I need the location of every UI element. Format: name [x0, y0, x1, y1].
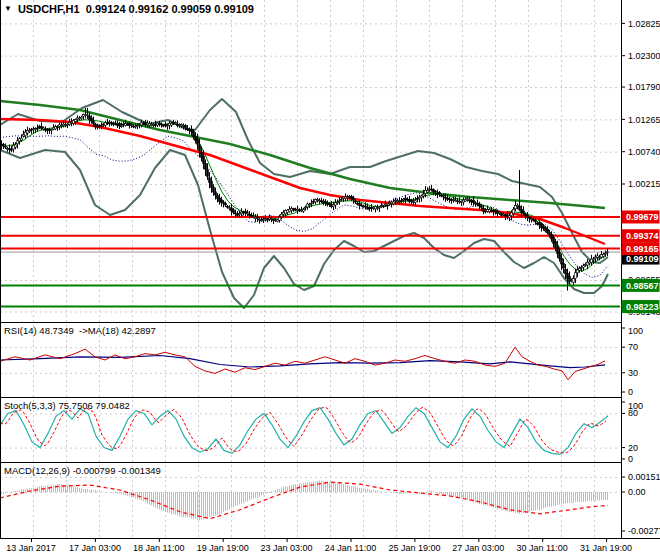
- chart-canvas: 1.028251.023001.017901.012651.007401.002…: [0, 0, 660, 560]
- candle-body: [115, 123, 117, 124]
- candle-body: [149, 124, 151, 125]
- candle-body: [355, 201, 357, 202]
- candle-body: [337, 202, 339, 203]
- price-tick-label: 1.00740: [628, 147, 660, 157]
- candle-body: [153, 124, 155, 125]
- resistance-price-tag-text: 0.99679: [626, 212, 659, 222]
- candle-body: [243, 212, 245, 213]
- candle-body: [133, 126, 135, 127]
- time-axis-label: 25 Jan 19:00: [388, 543, 440, 553]
- candle-body: [213, 187, 215, 192]
- macd-tick-label: 0.00: [628, 487, 646, 497]
- candle-body: [525, 214, 527, 215]
- candle-body: [361, 205, 363, 206]
- price-tick-label: 1.01265: [628, 115, 660, 125]
- candle-body: [51, 130, 53, 131]
- candle-body: [21, 138, 23, 140]
- candle-body: [197, 139, 199, 144]
- candle-body: [159, 123, 161, 124]
- candle-body: [383, 206, 385, 207]
- candle-body: [175, 122, 177, 123]
- candle-body: [13, 146, 15, 150]
- time-axis-label: 17 Jan 03:00: [69, 543, 121, 553]
- candle-body: [473, 200, 475, 202]
- stoch-tick-label: 20: [628, 443, 638, 453]
- stoch-tick-label: 80: [628, 408, 638, 418]
- symbol-dropdown-icon[interactable]: ▼: [4, 5, 12, 13]
- candle-body: [185, 126, 187, 128]
- price-tick-label: 1.02825: [628, 19, 660, 29]
- candle-body: [209, 178, 211, 183]
- candle-body: [87, 115, 89, 116]
- candle-body: [29, 131, 31, 132]
- candle-body: [565, 270, 567, 274]
- candle-body: [191, 129, 193, 131]
- chart-window: 1.028251.023001.017901.012651.007401.002…: [0, 0, 660, 560]
- macd-indicator-label: MACD(12,26,9) -0.000799 -0.001349: [4, 465, 161, 476]
- candle-body: [89, 116, 91, 119]
- candle-body: [37, 128, 39, 129]
- candle-body: [155, 124, 157, 125]
- candle-body: [141, 123, 143, 125]
- macd-tick-label: -0.002771: [628, 526, 660, 536]
- candle-body: [79, 118, 81, 119]
- candle-body: [3, 144, 5, 145]
- support-price-tag: 0.98223: [622, 300, 660, 313]
- candle-body: [353, 198, 355, 200]
- support-price-tag-text: 0.98567: [626, 281, 659, 291]
- candle-body: [535, 220, 537, 222]
- candle-body: [183, 125, 185, 126]
- candle-body: [117, 125, 119, 126]
- candle-body: [435, 191, 437, 192]
- candle-body: [121, 126, 123, 127]
- candle-body: [113, 123, 115, 124]
- rsi-tick-label: 0: [628, 387, 633, 397]
- candle-body: [67, 124, 69, 125]
- candle-body: [225, 203, 227, 204]
- candle-body: [561, 258, 563, 264]
- candle-body: [205, 163, 207, 169]
- candle-body: [519, 206, 521, 209]
- candle-body: [583, 266, 585, 268]
- candle-body: [137, 125, 139, 126]
- candle-body: [161, 124, 163, 125]
- price-axis-area[interactable]: [621, 0, 660, 538]
- candle-body: [227, 206, 229, 207]
- candle-body: [527, 216, 529, 218]
- candle-body: [201, 152, 203, 158]
- candle-body: [83, 115, 85, 117]
- resistance-price-tag: 0.99679: [622, 210, 660, 223]
- candle-body: [129, 123, 131, 125]
- candle-body: [547, 229, 549, 233]
- candle-body: [465, 200, 467, 201]
- candle-body: [223, 202, 225, 203]
- candle-body: [509, 216, 511, 218]
- candle-body: [215, 192, 217, 195]
- candle-body: [97, 126, 99, 127]
- support-price-tag-text: 0.98223: [626, 302, 659, 312]
- candle-body: [603, 254, 605, 256]
- candle-body: [77, 118, 79, 119]
- candle-body: [365, 206, 367, 207]
- candle-body: [211, 181, 213, 187]
- price-tick-label: 1.01790: [628, 82, 660, 92]
- price-tick-label: 1.02300: [628, 51, 660, 61]
- time-axis-label: 24 Jan 11:00: [325, 543, 376, 553]
- candle-body: [311, 203, 313, 204]
- candle-body: [125, 124, 127, 126]
- candle-body: [303, 209, 305, 211]
- candle-body: [63, 124, 65, 125]
- candle-body: [579, 269, 581, 271]
- stoch-indicator-label: Stoch(5,3,3) 75.7506 79.0482: [4, 400, 130, 411]
- candle-body: [99, 125, 101, 126]
- candle-body: [203, 156, 205, 163]
- candle-body: [131, 125, 133, 126]
- support-price-tag: 0.98567: [622, 279, 660, 292]
- candle-body: [93, 121, 95, 123]
- candle-body: [219, 198, 221, 202]
- candle-body: [167, 125, 169, 126]
- time-axis-label: 18 Jan 11:00: [133, 543, 184, 553]
- candle-body: [207, 170, 209, 177]
- candle-body: [231, 208, 233, 211]
- candle-body: [393, 202, 395, 204]
